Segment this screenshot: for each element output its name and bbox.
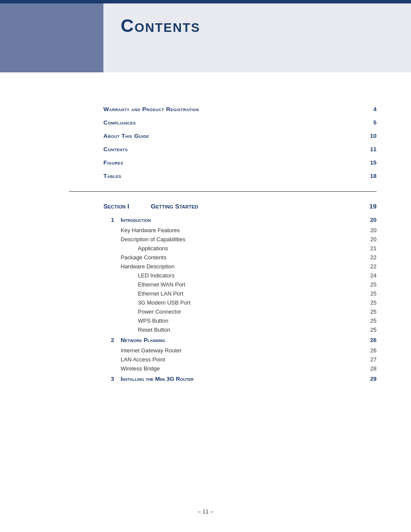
top-line	[0, 0, 411, 3]
header-bar: Contents	[0, 3, 411, 72]
sub2-title: Reset Button	[138, 327, 371, 333]
chapter-num: 3	[103, 376, 114, 382]
chapter-page: 26	[370, 337, 377, 343]
toc-entry-title: Compliances	[103, 119, 136, 126]
header-title-area: Contents	[103, 3, 411, 48]
sub2-title: Applications	[138, 245, 371, 252]
chapter-title: Network Planning	[121, 337, 370, 343]
section-header-row: Section I Getting Started 19	[103, 198, 377, 214]
toc-entry-page: 5	[364, 119, 377, 126]
sub2-page: 25	[371, 317, 377, 324]
sub1-page: 26	[371, 347, 377, 354]
sub2-page: 25	[371, 299, 377, 306]
toc-entry-title: Figures	[103, 159, 123, 166]
footer: – 11 –	[0, 500, 411, 523]
sub1-page: 28	[371, 365, 377, 372]
page-title: Contents	[121, 16, 394, 36]
section-page: 19	[369, 202, 377, 210]
preface-toc: Warranty and Product Registration 4 Comp…	[103, 103, 377, 183]
sections-container: Section I Getting Started 19 1 Introduct…	[103, 191, 377, 385]
chapter-row: 2 Network Planning 26	[103, 334, 377, 346]
section-title: Getting Started	[151, 202, 369, 210]
page-number: – 11 –	[198, 508, 213, 515]
toc-entry: Tables 18	[103, 169, 377, 183]
chapter-row: 1 Introduction 20	[103, 214, 377, 226]
sub2-title: LED Indicators	[138, 272, 371, 279]
sub2-row: 3G Modem USB Port 25	[103, 298, 377, 307]
toc-entry-page: 11	[364, 146, 377, 152]
toc-entry-title: Warranty and Product Registration	[103, 106, 199, 112]
sub2-title: Power Connector	[138, 308, 371, 315]
sub2-title: Ethernet LAN Port	[138, 290, 371, 297]
sub1-row: Key Hardware Features 20	[103, 226, 377, 235]
sub2-title: Ethernet WAN Port	[138, 281, 371, 288]
toc-entry-title: Tables	[103, 173, 121, 179]
sub1-row: Package Contents 22	[103, 253, 377, 262]
chapter-title: Installing the Mini 3G Router	[121, 376, 370, 382]
sub1-page: 27	[371, 356, 377, 363]
sub1-row: Wireless Bridge 28	[103, 364, 377, 373]
sub2-row: LED Indicators 24	[103, 271, 377, 280]
toc-entry: Compliances 5	[103, 116, 377, 129]
toc-entry-page: 18	[364, 173, 377, 179]
sub2-row: Reset Button 25	[103, 325, 377, 334]
sub1-row: Internet Gateway Router 26	[103, 346, 377, 355]
sub1-title: Key Hardware Features	[121, 227, 371, 233]
sub1-row: Description of Capabilities 20	[103, 235, 377, 244]
sub1-page: 22	[371, 263, 377, 270]
sub1-row: LAN Access Point 27	[103, 355, 377, 364]
sub2-page: 25	[371, 281, 377, 288]
sub2-row: WPS Button 25	[103, 316, 377, 325]
section-divider	[69, 191, 377, 192]
toc-entry-title: Contents	[103, 146, 128, 152]
sub2-title: 3G Modem USB Port	[138, 299, 371, 306]
toc-entry: Warranty and Product Registration 4	[103, 103, 377, 116]
sub2-page: 24	[371, 272, 377, 279]
chapter-page: 29	[370, 376, 377, 382]
sub1-page: 20	[371, 236, 377, 243]
sub1-title: Package Contents	[121, 254, 371, 261]
sub1-title: Wireless Bridge	[121, 365, 371, 372]
sub2-page: 25	[371, 327, 377, 333]
toc-entry-page: 10	[364, 133, 377, 139]
toc-entry-page: 15	[364, 159, 377, 166]
sub1-page: 20	[371, 227, 377, 233]
sub2-row: Ethernet LAN Port 25	[103, 289, 377, 298]
page: Contents Warranty and Product Registrati…	[0, 0, 411, 532]
sub1-title: LAN Access Point	[121, 356, 371, 363]
header-blue-box	[0, 3, 103, 72]
sub2-page: 21	[371, 245, 377, 252]
sub2-row: Ethernet WAN Port 25	[103, 280, 377, 289]
chapter-row: 3 Installing the Mini 3G Router 29	[103, 373, 377, 385]
sub1-title: Description of Capabilities	[121, 236, 371, 243]
sub2-row: Applications 21	[103, 244, 377, 253]
chapter-page: 20	[370, 217, 377, 223]
title-text: Contents	[121, 16, 200, 36]
toc-entry: Figures 15	[103, 156, 377, 169]
sub1-page: 22	[371, 254, 377, 261]
chapter-title: Introduction	[121, 217, 370, 223]
chapter-num: 2	[103, 337, 114, 343]
main-content: Warranty and Product Registration 4 Comp…	[0, 72, 411, 402]
sub2-page: 25	[371, 308, 377, 315]
toc-entry: About This Guide 10	[103, 129, 377, 143]
sub1-title: Hardware Description	[121, 263, 371, 270]
sub2-page: 25	[371, 290, 377, 297]
sub1-row: Hardware Description 22	[103, 262, 377, 271]
sub1-title: Internet Gateway Router	[121, 347, 371, 354]
section-label: Section I	[103, 202, 146, 210]
sub2-title: WPS Button	[138, 317, 371, 324]
toc-entry-title: About This Guide	[103, 133, 149, 139]
toc-entry: Contents 11	[103, 143, 377, 156]
toc-entry-page: 4	[364, 106, 377, 112]
sub2-row: Power Connector 25	[103, 307, 377, 316]
chapter-num: 1	[103, 217, 114, 223]
